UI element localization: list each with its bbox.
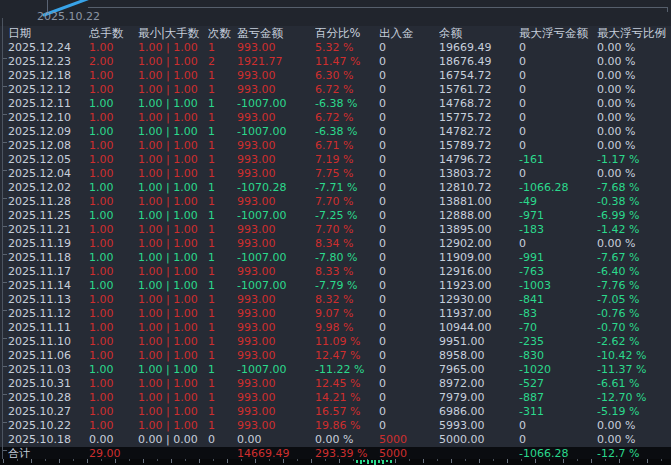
table-row[interactable]: 2025.10.271.001.00 | 1.001993.0016.57 %0…: [0, 405, 671, 419]
table-row[interactable]: 2025.12.121.001.00 | 1.001993.006.72 %01…: [0, 83, 671, 97]
cell-minmax: 1.00 | 1.00: [138, 237, 208, 251]
column-header-7: 余额: [439, 26, 519, 41]
cell-drawdown_pct: -7.05 %: [597, 293, 671, 307]
cell-cash: 0: [379, 83, 439, 97]
cell-times: 1: [208, 419, 237, 433]
cell-times: 1: [208, 377, 237, 391]
cell-times: 1: [208, 97, 237, 111]
table-row[interactable]: 2025.11.031.001.00 | 1.001-1007.00-11.22…: [0, 363, 671, 377]
axis-minor-tick: [409, 459, 410, 461]
cell-date: 2025.11.14: [8, 279, 89, 293]
cell-drawdown_pct: -6.40 %: [597, 265, 671, 279]
table-row[interactable]: 2025.11.181.001.00 | 1.001-1007.00-7.80 …: [0, 251, 671, 265]
cell-cash: 5000: [379, 433, 439, 447]
cell-pct: -7.79 %: [315, 279, 379, 293]
table-row[interactable]: 2025.12.091.001.00 | 1.001-1007.00-6.38 …: [0, 125, 671, 139]
cell-times: 1: [208, 293, 237, 307]
table-row[interactable]: 2025.10.221.001.00 | 1.001993.0019.86 %0…: [0, 419, 671, 433]
table-row[interactable]: 2025.12.081.001.00 | 1.001993.006.71 %01…: [0, 139, 671, 153]
table-row[interactable]: 2025.12.021.001.00 | 1.001-1070.28-7.71 …: [0, 181, 671, 195]
cell-pct: -7.71 %: [315, 181, 379, 195]
table-row[interactable]: 2025.11.251.001.00 | 1.001-1007.00-7.25 …: [0, 209, 671, 223]
cell-pct: 9.07 %: [315, 307, 379, 321]
cell-drawdown: 0: [519, 139, 597, 153]
table-row[interactable]: 2025.10.281.001.00 | 1.001993.0014.21 %0…: [0, 391, 671, 405]
table-row[interactable]: 2025.11.131.001.00 | 1.001993.008.32 %01…: [0, 293, 671, 307]
axis-minor-tick: [353, 459, 354, 461]
cell-drawdown_pct: 0.00 %: [597, 41, 671, 55]
cell-balance: 8958.00: [439, 349, 519, 363]
cell-drawdown: 0: [519, 97, 597, 111]
table-row[interactable]: 2025.12.111.001.00 | 1.001-1007.00-6.38 …: [0, 97, 671, 111]
cell-cash: 0: [379, 391, 439, 405]
table-row[interactable]: 2025.12.051.001.00 | 1.001993.007.19 %01…: [0, 153, 671, 167]
cell-pct: 19.86 %: [315, 419, 379, 433]
cell-balance: 12888.00: [439, 209, 519, 223]
cell-pnl: 993.00: [237, 83, 315, 97]
equity-curve-icon: [0, 0, 671, 26]
cell-pct: 0.00 %: [315, 433, 379, 447]
cell-cash: 0: [379, 377, 439, 391]
axis-tick: [3, 450, 7, 451]
cell-minmax: 1.00 | 1.00: [138, 405, 208, 419]
cell-pct: 8.32 %: [315, 293, 379, 307]
cell-pct: 12.45 %: [315, 377, 379, 391]
table-row[interactable]: 2025.11.211.001.00 | 1.001993.007.70 %01…: [0, 223, 671, 237]
table-row[interactable]: 2025.11.101.001.00 | 1.001993.0011.09 %0…: [0, 335, 671, 349]
cell-balance: 19669.49: [439, 41, 519, 55]
axis-tick: [591, 459, 592, 463]
cell-cash: 0: [379, 181, 439, 195]
cell-times: 1: [208, 83, 237, 97]
table-row[interactable]: 2025.11.121.001.00 | 1.001993.009.07 %01…: [0, 307, 671, 321]
cell-cash: 0: [379, 41, 439, 55]
cell-drawdown: -70: [519, 321, 597, 335]
mini-bar: [374, 460, 376, 465]
table-body: 2025.12.241.001.00 | 1.001993.005.32 %01…: [0, 41, 671, 460]
axis-minor-tick: [493, 459, 494, 461]
cell-pnl: -1007.00: [237, 125, 315, 139]
cell-minmax: 1.00 | 1.00: [138, 195, 208, 209]
table-row[interactable]: 2025.11.061.001.00 | 1.001993.0012.47 %0…: [0, 349, 671, 363]
axis-tick: [563, 459, 564, 463]
cell-times: 1: [208, 335, 237, 349]
cell-cash: 0: [379, 55, 439, 69]
axis-minor-tick: [465, 459, 466, 461]
cell-pct: 5.32 %: [315, 41, 379, 55]
table-row[interactable]: 2025.10.180.000.00 | 0.0000.000.00 %5000…: [0, 433, 671, 447]
table-row[interactable]: 2025.11.141.001.00 | 1.001-1007.00-7.79 …: [0, 279, 671, 293]
cell-drawdown_pct: -12.70 %: [597, 391, 671, 405]
table-row[interactable]: 2025.12.232.001.00 | 1.0021921.7711.47 %…: [0, 55, 671, 69]
axis-minor-tick: [17, 459, 18, 461]
cell-date: 2025.12.23: [8, 55, 89, 69]
cell-drawdown_pct: 0.00 %: [597, 55, 671, 69]
cell-lots: 1.00: [89, 181, 138, 195]
table-row[interactable]: 2025.11.111.001.00 | 1.001993.009.98 %01…: [0, 321, 671, 335]
mini-bar: [382, 460, 384, 464]
table-row[interactable]: 2025.12.181.001.00 | 1.001993.006.30 %01…: [0, 69, 671, 83]
cell-times: 1: [208, 265, 237, 279]
axis-tick: [3, 310, 7, 311]
table-row[interactable]: 2025.11.171.001.00 | 1.001993.008.33 %01…: [0, 265, 671, 279]
column-header-6: 出入金: [379, 26, 439, 41]
cell-cash: 0: [379, 265, 439, 279]
cell-balance: 14768.72: [439, 97, 519, 111]
cell-drawdown_pct: 0.00 %: [597, 83, 671, 97]
cell-drawdown: -183: [519, 223, 597, 237]
cell-cash: 0: [379, 69, 439, 83]
table-row[interactable]: 2025.10.311.001.00 | 1.001993.0012.45 %0…: [0, 377, 671, 391]
table-row[interactable]: 2025.12.101.001.00 | 1.001993.006.72 %01…: [0, 111, 671, 125]
cell-times: 2: [208, 55, 237, 69]
table-row[interactable]: 2025.12.241.001.00 | 1.001993.005.32 %01…: [0, 41, 671, 55]
table-row[interactable]: 2025.11.191.001.00 | 1.001993.008.34 %01…: [0, 237, 671, 251]
cell-pct: 7.70 %: [315, 195, 379, 209]
table-row[interactable]: 2025.12.041.001.00 | 1.001993.007.75 %01…: [0, 167, 671, 181]
cell-drawdown: 0: [519, 55, 597, 69]
cell-lots: 1.00: [89, 223, 138, 237]
cell-pnl: 993.00: [237, 69, 315, 83]
cell-cash: 0: [379, 209, 439, 223]
cell-times: 1: [208, 307, 237, 321]
cell-minmax: 1.00 | 1.00: [138, 363, 208, 377]
cell-balance: 12810.72: [439, 181, 519, 195]
table-row[interactable]: 2025.11.281.001.00 | 1.001993.007.70 %01…: [0, 195, 671, 209]
cell-pct: 6.30 %: [315, 69, 379, 83]
